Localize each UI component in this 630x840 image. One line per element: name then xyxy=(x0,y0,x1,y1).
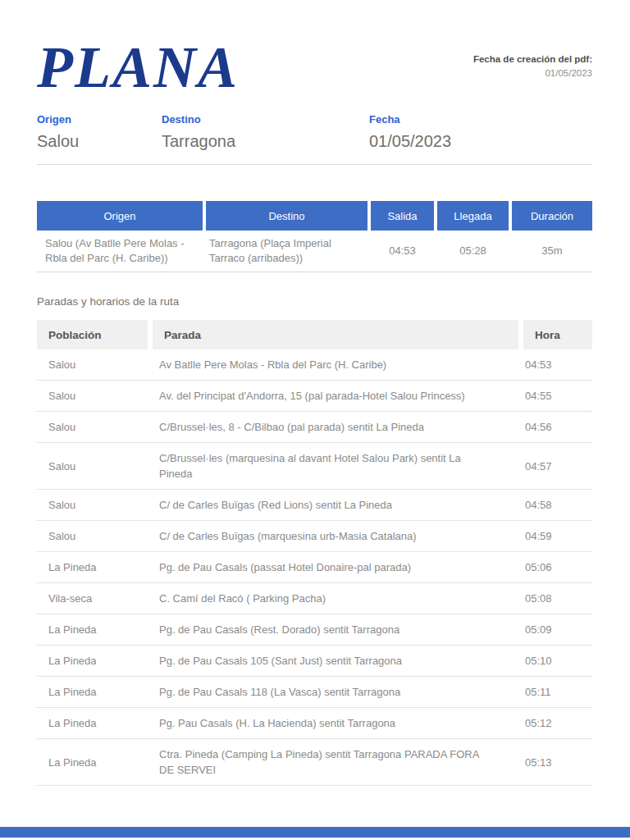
cell-poblacion: Salou xyxy=(37,388,148,404)
cell-hora: 05:12 xyxy=(514,715,592,731)
cell-poblacion: Salou xyxy=(37,528,148,544)
stops-table: Población Parada Hora Salou Av Batlle Pe… xyxy=(37,320,592,786)
summary-header-destino: Destino xyxy=(206,201,368,231)
table-row: Salou C/ de Carles Buïgas (Red Lions) se… xyxy=(37,490,592,521)
summary-table: Origen Destino Salida Llegada Duración S… xyxy=(37,201,592,272)
summary-cell-destino: Tarragona (Plaça Imperial Tarraco (arrib… xyxy=(206,236,368,266)
table-row: La Pineda Pg. de Pau Casals 118 (La Vasc… xyxy=(37,677,592,708)
cell-poblacion: La Pineda xyxy=(37,715,148,731)
plana-logo: PLANA xyxy=(37,43,239,92)
cell-parada: Av. del Principat d'Andorra, 15 (pal par… xyxy=(148,388,514,404)
page-footer-bar xyxy=(0,827,630,838)
cell-hora: 05:08 xyxy=(514,591,592,606)
cell-poblacion: La Pineda xyxy=(37,559,148,575)
pdf-creation-meta: Fecha de creación del pdf: 01/05/2023 xyxy=(473,52,592,80)
table-row: La Pineda Pg. de Pau Casals (Rest. Dorad… xyxy=(37,614,592,646)
stops-header-poblacion: Población xyxy=(37,320,148,349)
summary-header-origen: Origen xyxy=(37,201,203,231)
summary-table-header: Origen Destino Salida Llegada Duración xyxy=(37,201,592,231)
destination-value: Tarragona xyxy=(162,132,369,151)
stops-table-header: Población Parada Hora xyxy=(37,320,592,349)
cell-poblacion: Salou xyxy=(37,419,148,435)
summary-header-duracion: Duración xyxy=(512,201,592,231)
cell-hora: 04:53 xyxy=(514,357,592,372)
summary-cell-origen: Salou (Av Batlle Pere Molas - Rbla del P… xyxy=(37,236,203,266)
cell-parada: Pg. Pau Casals (H. La Hacienda) sentit T… xyxy=(148,715,514,731)
table-row: Salou C/Brussel·les, 8 - C/Bilbao (pal p… xyxy=(37,412,592,443)
cell-hora: 04:55 xyxy=(514,388,592,404)
document-header: PLANA Fecha de creación del pdf: 01/05/2… xyxy=(37,0,592,92)
trip-date: Fecha 01/05/2023 xyxy=(369,113,592,151)
cell-poblacion: Salou xyxy=(37,459,148,474)
cell-parada: Pg. de Pau Casals 118 (La Vasca) sentit … xyxy=(148,684,514,700)
summary-table-row: Salou (Av Batlle Pere Molas - Rbla del P… xyxy=(37,231,592,272)
table-row: Salou C/Brussel·les (marquesina al davan… xyxy=(37,443,592,490)
cell-hora: 05:06 xyxy=(514,559,592,575)
cell-poblacion: Vila-seca xyxy=(37,591,148,606)
table-row: La Pineda Pg. de Pau Casals (passat Hote… xyxy=(37,552,592,583)
table-row: Salou C/ de Carles Buïgas (marquesina ur… xyxy=(37,521,592,552)
stops-header-hora: Hora xyxy=(523,320,592,349)
destination-label: Destino xyxy=(162,113,369,126)
cell-hora: 05:10 xyxy=(514,653,592,669)
stops-section-title: Paradas y horarios de la ruta xyxy=(37,295,592,308)
origin-label: Origen xyxy=(37,113,162,126)
cell-poblacion: La Pineda xyxy=(37,622,148,637)
cell-parada: C/ de Carles Buïgas (Red Lions) sentit L… xyxy=(148,497,514,513)
cell-parada: Pg. de Pau Casals 105 (Sant Just) sentit… xyxy=(148,653,514,669)
pdf-creation-date: 01/05/2023 xyxy=(473,66,592,80)
trip-origin: Origen Salou xyxy=(37,113,162,151)
cell-hora: 05:13 xyxy=(514,755,592,770)
table-row: La Pineda Ctra. Pineda (Camping La Pined… xyxy=(37,739,592,786)
table-row: La Pineda Pg. de Pau Casals 105 (Sant Ju… xyxy=(37,646,592,677)
summary-cell-duracion: 35m xyxy=(512,244,592,258)
cell-poblacion: Salou xyxy=(37,357,148,372)
cell-hora: 04:57 xyxy=(514,459,592,474)
date-label: Fecha xyxy=(369,113,592,126)
table-row: Vila-seca C. Camí del Racó ( Parking Pac… xyxy=(37,583,592,614)
table-row: Salou Av. del Principat d'Andorra, 15 (p… xyxy=(37,381,592,412)
cell-parada: Ctra. Pineda (Camping La Pineda) sentit … xyxy=(148,746,514,778)
cell-parada: Pg. de Pau Casals (passat Hotel Donaire-… xyxy=(148,559,514,575)
date-value: 01/05/2023 xyxy=(369,132,592,151)
cell-parada: C/ de Carles Buïgas (marquesina urb-Masi… xyxy=(148,528,514,544)
cell-hora: 05:11 xyxy=(514,684,592,700)
cell-poblacion: La Pineda xyxy=(37,653,148,669)
cell-poblacion: Salou xyxy=(37,497,148,513)
cell-hora: 04:59 xyxy=(514,528,592,544)
header-divider xyxy=(37,164,592,165)
summary-cell-llegada: 05:28 xyxy=(437,244,509,258)
cell-parada: C/Brussel·les, 8 - C/Bilbao (pal parada)… xyxy=(148,419,514,435)
cell-parada: Pg. de Pau Casals (Rest. Dorado) sentit … xyxy=(148,622,514,637)
cell-hora: 05:09 xyxy=(514,622,592,637)
table-row: Salou Av Batlle Pere Molas - Rbla del Pa… xyxy=(37,349,592,381)
summary-header-llegada: Llegada xyxy=(437,201,509,231)
pdf-page: PLANA Fecha de creación del pdf: 01/05/2… xyxy=(0,0,630,840)
table-row: La Pineda Pg. Pau Casals (H. La Hacienda… xyxy=(37,708,592,739)
cell-poblacion: La Pineda xyxy=(37,684,148,700)
cell-poblacion: La Pineda xyxy=(37,755,148,770)
cell-parada: Av Batlle Pere Molas - Rbla del Parc (H.… xyxy=(148,357,514,372)
pdf-creation-label: Fecha de creación del pdf: xyxy=(473,52,592,66)
trip-destination: Destino Tarragona xyxy=(162,113,369,151)
origin-value: Salou xyxy=(37,132,162,151)
summary-header-salida: Salida xyxy=(371,201,434,231)
summary-cell-salida: 04:53 xyxy=(371,244,434,258)
trip-info: Origen Salou Destino Tarragona Fecha 01/… xyxy=(37,113,592,151)
cell-parada: C. Camí del Racó ( Parking Pacha) xyxy=(148,591,514,606)
stops-table-body: Salou Av Batlle Pere Molas - Rbla del Pa… xyxy=(37,349,592,786)
cell-hora: 04:56 xyxy=(514,419,592,435)
cell-hora: 04:58 xyxy=(514,497,592,513)
stops-header-parada: Parada xyxy=(153,320,518,349)
cell-parada: C/Brussel·les (marquesina al davant Hote… xyxy=(148,450,514,482)
